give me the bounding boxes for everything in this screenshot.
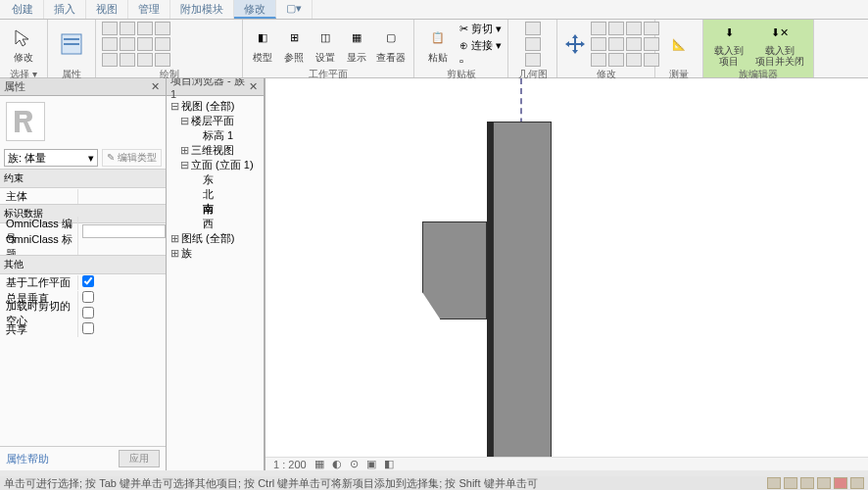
cut-row[interactable]: ✂ 剪切 ▾ <box>459 22 502 36</box>
omniclass-num-input[interactable] <box>82 224 166 238</box>
viewer-icon: ▢ <box>379 26 403 50</box>
view-icon-4[interactable]: ▣ <box>366 458 376 470</box>
mass-main-shape[interactable] <box>493 122 552 466</box>
extra-row[interactable]: ▫ <box>459 55 502 67</box>
scale-value[interactable]: 1 : 200 <box>273 459 307 470</box>
ruler-icon: 📐 <box>667 32 691 56</box>
set-icon: ◫ <box>313 26 337 50</box>
expand-icon[interactable]: ⊞ <box>179 143 189 158</box>
draw-arc-icon[interactable] <box>102 37 118 51</box>
workplane-checkbox[interactable] <box>82 275 94 287</box>
geom-2-icon[interactable] <box>525 37 541 51</box>
mod-rotate-icon[interactable] <box>591 37 606 51</box>
expand-icon[interactable]: ⊟ <box>179 114 189 128</box>
status-filter-icon[interactable] <box>834 477 847 489</box>
tab-insert[interactable]: 插入 <box>44 0 86 19</box>
viewer-button[interactable]: ▢查看器 <box>374 22 408 67</box>
extra-icon: ▫ <box>459 55 463 67</box>
tab-expand[interactable]: ▢▾ <box>276 0 313 19</box>
geom-3-icon[interactable] <box>525 53 541 67</box>
vertical-checkbox[interactable] <box>82 291 94 303</box>
drawing-canvas[interactable]: 1 : 200 ▦ ◐ ⊙ ▣ ◧ <box>265 78 868 470</box>
model-button[interactable]: ◧模型 <box>249 22 276 67</box>
mass-side-shape[interactable] <box>422 221 487 319</box>
paste-button[interactable]: 📋粘贴 <box>420 22 456 67</box>
tree-item[interactable]: ⊞族 <box>169 246 261 261</box>
edit-type-button[interactable]: ✎ 编辑类型 <box>102 149 162 167</box>
browser-tree[interactable]: ⊟视图 (全部)⊟楼层平面标高 1⊞三维视图⊟立面 (立面 1)东北南西⊞图纸 … <box>167 96 264 470</box>
status-icon-6[interactable] <box>850 477 864 489</box>
draw-spline-icon[interactable] <box>155 37 170 51</box>
tree-item[interactable]: ⊞图纸 (全部) <box>169 231 261 246</box>
view-icon-3[interactable]: ⊙ <box>350 458 359 470</box>
status-icon-1[interactable] <box>767 477 781 489</box>
expand-icon[interactable]: ⊞ <box>169 231 179 246</box>
tree-item[interactable]: ⊟视图 (全部) <box>169 99 261 114</box>
expand-icon[interactable]: ⊞ <box>169 246 179 261</box>
view-icon-2[interactable]: ◐ <box>332 458 342 470</box>
mod-mirror-icon[interactable] <box>626 22 642 35</box>
mod-align-icon[interactable] <box>591 22 606 35</box>
draw-ellipse-icon[interactable] <box>120 53 135 67</box>
expand-icon[interactable]: ⊟ <box>169 99 179 114</box>
join-row[interactable]: ⊕ 连接 ▾ <box>459 38 502 53</box>
draw-arc3-icon[interactable] <box>137 37 153 51</box>
mod-pin-icon[interactable] <box>626 53 642 67</box>
load-project-button[interactable]: ⬇载入到 项目 <box>709 22 748 67</box>
draw-fillet-icon[interactable] <box>102 53 118 67</box>
mod-extend-icon[interactable] <box>608 53 624 67</box>
status-icon-4[interactable] <box>817 477 831 489</box>
tree-item[interactable]: 北 <box>169 187 261 202</box>
tab-modify[interactable]: 修改 <box>234 0 276 19</box>
draw-circle-icon[interactable] <box>155 22 170 35</box>
tree-item[interactable]: 标高 1 <box>169 128 261 143</box>
mod-copy-icon[interactable] <box>591 53 606 67</box>
show-button[interactable]: ▦显示 <box>343 22 370 67</box>
set-button[interactable]: ◫设置 <box>312 22 339 67</box>
tree-item[interactable]: ⊞三维视图 <box>169 143 261 158</box>
draw-polygon-icon[interactable] <box>137 22 153 35</box>
shared-checkbox[interactable] <box>82 322 94 334</box>
draw-line-icon[interactable] <box>102 22 118 35</box>
mod-offset-icon[interactable] <box>608 22 624 35</box>
mod-trim-icon[interactable] <box>608 37 624 51</box>
draw-rect-icon[interactable] <box>120 22 135 35</box>
measure-button[interactable]: 📐 <box>661 22 697 67</box>
status-icon-2[interactable] <box>784 477 797 489</box>
tree-item[interactable]: 西 <box>169 217 261 231</box>
view-icon-5[interactable]: ◧ <box>384 458 394 470</box>
cursor-icon <box>12 26 35 50</box>
tree-item[interactable]: ⊟立面 (立面 1) <box>169 158 261 172</box>
view-icon-1[interactable]: ▦ <box>314 458 324 470</box>
tree-item[interactable]: 东 <box>169 172 261 187</box>
status-bar: 单击可进行选择; 按 Tab 键并单击可选择其他项目; 按 Ctrl 键并单击可… <box>0 476 868 490</box>
status-icon-3[interactable] <box>800 477 814 489</box>
cutvoid-checkbox[interactable] <box>82 307 94 318</box>
properties-panel: 属性 ✕ 族: 体量▾ ✎ 编辑类型 约束 主体 标识数据 OmniClass … <box>0 78 167 470</box>
load-close-button[interactable]: ⬇✕载入到 项目并关闭 <box>752 22 807 67</box>
modify-button[interactable]: 修改 <box>6 22 41 67</box>
apply-button[interactable]: 应用 <box>119 450 160 467</box>
browser-close-icon[interactable]: ✕ <box>247 80 260 93</box>
family-select[interactable]: 族: 体量▾ <box>4 149 98 167</box>
properties-button[interactable] <box>54 22 89 67</box>
geom-1-icon[interactable] <box>525 22 541 35</box>
load-icon: ⬇ <box>717 22 741 43</box>
menu-tabs: 创建 插入 视图 管理 附加模块 修改 ▢▾ <box>0 0 868 20</box>
tab-addins[interactable]: 附加模块 <box>170 0 234 19</box>
properties-help-link[interactable]: 属性帮助 <box>6 452 49 466</box>
draw-tangent-icon[interactable] <box>155 53 170 67</box>
move-button[interactable] <box>563 22 587 67</box>
draw-arc2-icon[interactable] <box>120 37 135 51</box>
tree-item[interactable]: ⊟楼层平面 <box>169 114 261 128</box>
expand-icon[interactable]: ⊟ <box>179 158 189 172</box>
tab-create[interactable]: 创建 <box>2 0 44 19</box>
ref-button[interactable]: ⊞参照 <box>280 22 308 67</box>
tab-view[interactable]: 视图 <box>86 0 128 19</box>
tree-item[interactable]: 南 <box>169 202 261 217</box>
tab-manage[interactable]: 管理 <box>128 0 170 19</box>
properties-close-icon[interactable]: ✕ <box>148 80 162 93</box>
properties-icon <box>60 32 83 56</box>
draw-pick-icon[interactable] <box>137 53 153 67</box>
mod-split-icon[interactable] <box>626 37 642 51</box>
